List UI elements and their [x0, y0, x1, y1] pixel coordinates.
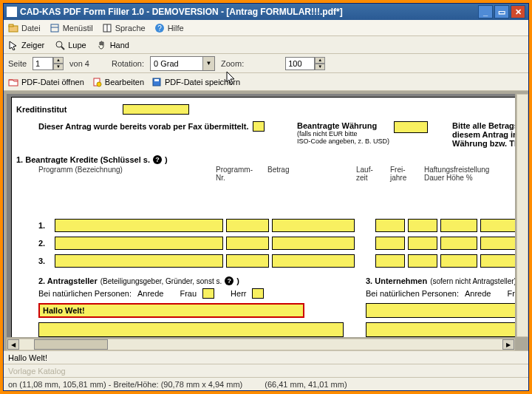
menu-sprache[interactable]: Sprache — [102, 23, 146, 33]
status-bar-1: Hallo Welt! — [4, 350, 528, 364]
page-label: Seite — [8, 59, 27, 68]
menu-bar: Datei Menüstil Sprache ? Hilfe — [4, 20, 528, 36]
save-icon — [151, 77, 162, 87]
scroll-right-icon[interactable]: ▶ — [502, 339, 514, 350]
open-icon — [8, 77, 18, 87]
page-spinner[interactable]: ▲▼ — [33, 57, 64, 70]
style-icon — [50, 23, 60, 33]
form-field[interactable] — [55, 237, 223, 250]
book-icon — [102, 23, 112, 33]
form-field[interactable] — [55, 254, 223, 268]
svg-text:?: ? — [157, 24, 162, 33]
notice-text: Dieser Antrag wurde bereits vorab per Fa… — [38, 122, 248, 131]
page-up-icon[interactable]: ▲ — [53, 57, 64, 64]
help-icon: ? — [154, 23, 165, 33]
form-field[interactable] — [440, 237, 477, 250]
form-field[interactable] — [272, 219, 355, 232]
zoom-spinner[interactable]: ▲▼ — [285, 57, 325, 70]
form-field[interactable] — [480, 237, 515, 250]
menu-datei[interactable]: Datei — [8, 23, 41, 33]
pointer-icon — [8, 40, 18, 50]
table-row: 2. — [38, 237, 515, 250]
document-area: Kreditinstitut Dieser Antrag wurde berei… — [4, 91, 528, 350]
minimize-button[interactable]: _ — [478, 5, 493, 18]
form-field[interactable] — [55, 219, 223, 232]
fax-checkbox[interactable] — [253, 121, 265, 132]
svg-line-9 — [61, 47, 64, 50]
status-bar-2: Vorlage Katalog — [4, 364, 528, 377]
close-button[interactable]: ✕ — [511, 5, 525, 18]
status-text: Hallo Welt! — [8, 353, 47, 362]
window-title: CAD-KAS PDF Form Filler 1.0 - DEMOVERSIO… — [20, 7, 343, 17]
form-field[interactable] — [480, 219, 515, 232]
vertical-scrollbar[interactable] — [516, 94, 528, 337]
magnifier-icon — [55, 40, 65, 50]
rotation-value: 0 Grad — [151, 59, 202, 68]
form-field[interactable] — [408, 219, 437, 232]
nav-toolbar: Seite ▲▼ von 4 Rotation: 0 Grad ▼ Zoom: … — [4, 54, 528, 73]
form-field[interactable] — [272, 254, 355, 268]
app-icon — [7, 7, 17, 17]
table-row: 3. — [38, 254, 515, 268]
app-window: CAD-KAS PDF Form Filler 1.0 - DEMOVERSIO… — [3, 3, 529, 391]
herr-checkbox[interactable] — [252, 288, 264, 299]
active-form-field[interactable]: Hallo Welt! — [38, 303, 304, 318]
coords-info: (66,41 mm, 41,01 mm) — [265, 380, 347, 389]
page-down-icon[interactable]: ▼ — [53, 64, 64, 70]
tool-toolbar: Zeiger Lupe Hand — [4, 36, 528, 54]
zoom-input[interactable] — [285, 57, 315, 70]
form-field[interactable] — [366, 322, 515, 337]
menu-hilfe[interactable]: ? Hilfe — [154, 23, 184, 33]
edit-button[interactable]: Bearbeiten — [92, 77, 144, 87]
form-field[interactable] — [440, 254, 477, 268]
info-icon: ? — [225, 276, 233, 285]
form-field[interactable] — [375, 237, 405, 250]
open-pdf-button[interactable]: PDF-Datei öffnen — [8, 77, 84, 87]
scroll-thumb[interactable] — [34, 339, 108, 350]
form-field[interactable] — [272, 237, 355, 250]
status-bar-3: on (11,08 mm, 105,81 mm) - Breite/Höhe: … — [4, 377, 528, 390]
svg-point-12 — [97, 82, 101, 86]
page-count: von 4 — [69, 59, 89, 68]
title-bar: CAD-KAS PDF Form Filler 1.0 - DEMOVERSIO… — [4, 4, 528, 20]
currency-label: Beantragte Währung — [297, 121, 389, 130]
currency-field[interactable] — [394, 121, 428, 133]
tool-hand[interactable]: Hand — [97, 40, 129, 50]
form-field[interactable] — [480, 254, 515, 268]
pdf-page: Kreditinstitut Dieser Antrag wurde berei… — [11, 97, 515, 337]
form-field[interactable] — [366, 303, 515, 318]
zoom-up-icon[interactable]: ▲ — [315, 57, 325, 64]
form-field[interactable] — [38, 322, 344, 337]
rotation-combo[interactable]: 0 Grad ▼ — [150, 56, 215, 71]
scroll-left-icon[interactable]: ◀ — [7, 339, 19, 350]
edit-icon — [92, 77, 102, 87]
frau-checkbox[interactable] — [202, 288, 214, 299]
chevron-down-icon[interactable]: ▼ — [202, 57, 214, 70]
tool-zeiger[interactable]: Zeiger — [8, 40, 44, 50]
hand-icon — [97, 40, 107, 50]
zoom-down-icon[interactable]: ▼ — [315, 64, 325, 70]
form-field[interactable] — [440, 219, 477, 232]
section-antragsteller: 2. Antragsteller (Beteiligungsgeber, Grü… — [38, 276, 344, 318]
document-viewport[interactable]: Kreditinstitut Dieser Antrag wurde berei… — [7, 94, 515, 337]
maximize-button[interactable]: ▭ — [494, 5, 509, 18]
form-field[interactable] — [408, 237, 437, 250]
action-toolbar: PDF-Datei öffnen Bearbeiten PDF-Datei sp… — [4, 73, 528, 91]
page-input[interactable] — [33, 57, 53, 70]
svg-point-8 — [56, 41, 62, 47]
tool-lupe[interactable]: Lupe — [55, 40, 86, 50]
menu-menustil[interactable]: Menüstil — [50, 23, 93, 33]
form-field[interactable] — [123, 104, 189, 115]
form-field[interactable] — [226, 237, 269, 250]
form-field[interactable] — [408, 254, 437, 268]
save-pdf-button[interactable]: PDF-Datei speichern — [151, 77, 240, 87]
form-field[interactable] — [226, 219, 269, 232]
rotation-label: Rotation: — [112, 59, 144, 68]
vorlage-label: Vorlage Katalog — [8, 367, 66, 376]
section-unternehmen: 3. Unternehmen (sofern nicht Antragstell… — [366, 276, 515, 318]
horizontal-scrollbar[interactable]: ◀ ▶ — [7, 339, 515, 350]
form-field[interactable] — [375, 254, 405, 268]
form-field[interactable] — [375, 219, 405, 232]
zoom-label: Zoom: — [221, 59, 244, 68]
form-field[interactable] — [226, 254, 269, 268]
